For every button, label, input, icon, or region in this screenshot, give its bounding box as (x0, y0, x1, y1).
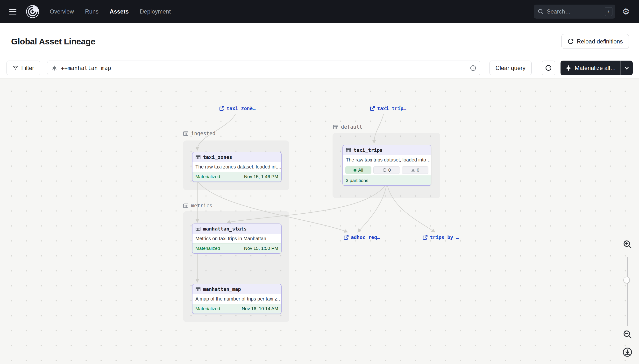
recenter-button[interactable] (622, 346, 633, 358)
table-icon (195, 154, 201, 160)
partition-pill-missing: 0 (373, 166, 400, 174)
table-icon (195, 226, 201, 232)
external-link-icon (219, 106, 224, 111)
asset-description: The raw taxi trips dataset, loaded into … (343, 155, 431, 164)
asset-name: manhattan_stats (203, 226, 247, 232)
asset-node-header: manhattan_stats (193, 224, 281, 234)
asset-selection-input[interactable] (61, 65, 466, 71)
search-input[interactable] (547, 8, 602, 15)
status-badge: Materialized (195, 174, 220, 179)
lineage-edges (0, 78, 639, 364)
table-icon (346, 148, 351, 153)
chevron-down-icon (624, 66, 629, 70)
dagster-logo[interactable] (26, 4, 40, 18)
group-name: ingested (191, 130, 215, 136)
asset-status-row: Materialized Nov 15, 1:46 PM (193, 172, 281, 182)
status-badge: Materialized (195, 306, 220, 312)
filter-button[interactable]: Filter (7, 60, 40, 75)
materialization-timestamp: Nov 16, 10:14 AM (242, 306, 278, 312)
menu-button[interactable] (9, 6, 20, 17)
refresh-icon (567, 38, 574, 45)
external-asset-taxi-trip[interactable]: taxi_trip… (370, 106, 406, 111)
green-dot-icon (354, 169, 356, 172)
asset-name: taxi_trips (354, 147, 383, 153)
external-asset-taxi-zone[interactable]: taxi_zone… (219, 106, 256, 111)
materialize-all-label: Materialize all… (575, 65, 616, 72)
zoom-out-icon (623, 330, 632, 339)
table-icon (333, 124, 339, 130)
partitions-count-link[interactable]: 3 partitions (343, 176, 431, 186)
search-shortcut-badge: / (605, 7, 612, 16)
page-title: Global Asset Lineage (11, 37, 95, 46)
external-link-icon (370, 106, 375, 111)
filter-label: Filter (21, 65, 34, 72)
settings-button[interactable]: ⚙ (622, 7, 630, 16)
main-nav: Overview Runs Assets Deployment (50, 8, 171, 15)
zoom-in-icon (623, 240, 632, 249)
group-name: default (341, 124, 362, 130)
external-link-icon (344, 235, 349, 240)
page-header: Global Asset Lineage Reload definitions (0, 23, 639, 49)
group-label-metrics[interactable]: metrics (183, 203, 213, 208)
nav-runs[interactable]: Runs (85, 8, 99, 15)
zoom-out-button[interactable] (622, 329, 633, 340)
clear-query-button[interactable]: Clear query (489, 60, 531, 75)
asset-node-taxi-zones[interactable]: taxi_zones The raw taxi zones dataset, l… (192, 152, 282, 182)
asset-node-header: manhattan_map (193, 284, 281, 294)
external-asset-label: taxi_zone… (227, 106, 256, 111)
reload-definitions-label: Reload definitions (577, 38, 623, 45)
external-asset-label: trips_by_… (430, 234, 459, 240)
partition-status-row: All 0 0 (343, 164, 431, 176)
asset-status-row: Materialized Nov 15, 1:50 PM (193, 243, 281, 253)
table-icon (195, 286, 201, 292)
top-navigation-bar: Overview Runs Assets Deployment / ⚙ (0, 0, 639, 23)
download-view-icon (622, 347, 632, 357)
zoom-slider-track[interactable] (627, 257, 628, 326)
refresh-icon (545, 65, 552, 72)
zoom-in-button[interactable] (622, 239, 633, 250)
materialize-all-button[interactable]: Materialize all… (560, 60, 633, 75)
asset-node-header: taxi_zones (193, 152, 281, 162)
partition-pill-label: 0 (417, 168, 419, 173)
info-icon[interactable] (470, 65, 476, 71)
refresh-query-button[interactable] (542, 60, 555, 75)
sparkle-icon (565, 65, 572, 71)
asset-node-header: taxi_trips (343, 145, 431, 155)
group-label-default[interactable]: default (333, 124, 362, 130)
materialize-dropdown-button[interactable] (621, 60, 633, 75)
asset-description: Metrics on taxi trips in Manhattan (193, 234, 281, 243)
group-label-ingested[interactable]: ingested (183, 130, 215, 136)
asset-node-manhattan-map[interactable]: manhattan_map A map of the number of tri… (192, 284, 282, 314)
asset-node-taxi-trips[interactable]: taxi_trips The raw taxi trips dataset, l… (342, 145, 431, 186)
asset-selection-icon (51, 65, 58, 71)
external-asset-label: adhoc_req… (351, 234, 380, 240)
zoom-slider-thumb[interactable] (623, 277, 630, 283)
nav-assets[interactable]: Assets (110, 8, 129, 15)
circle-icon (383, 168, 387, 172)
search-icon (537, 8, 544, 15)
clear-query-label: Clear query (495, 65, 525, 72)
external-asset-label: taxi_trip… (377, 106, 406, 111)
materialization-timestamp: Nov 15, 1:50 PM (244, 246, 278, 251)
partition-pill-label: All (358, 168, 363, 173)
asset-description: A map of the number of trips per taxi z… (193, 294, 281, 304)
asset-status-row: Materialized Nov 16, 10:14 AM (193, 304, 281, 314)
partition-pill-failed: 0 (402, 166, 428, 174)
nav-deployment[interactable]: Deployment (140, 8, 171, 15)
reload-definitions-button[interactable]: Reload definitions (561, 34, 629, 49)
external-asset-adhoc-req[interactable]: adhoc_req… (344, 234, 380, 240)
partition-pill-label: 0 (388, 168, 391, 173)
global-search[interactable]: / (534, 4, 615, 18)
asset-name: manhattan_map (203, 286, 241, 292)
lineage-toolbar: Filter Clear query Materialize all… (0, 60, 639, 78)
status-badge: Materialized (195, 246, 220, 251)
group-name: metrics (191, 203, 213, 208)
triangle-icon (411, 168, 415, 172)
nav-overview[interactable]: Overview (50, 8, 74, 15)
external-asset-trips-by[interactable]: trips_by_… (423, 234, 459, 240)
asset-node-manhattan-stats[interactable]: manhattan_stats Metrics on taxi trips in… (192, 224, 282, 254)
external-link-icon (423, 235, 428, 240)
asset-description: The raw taxi zones dataset, loaded int… (193, 162, 281, 172)
lineage-canvas[interactable]: ingested default metrics taxi_zone… taxi… (0, 78, 639, 364)
gear-icon: ⚙ (622, 6, 630, 16)
